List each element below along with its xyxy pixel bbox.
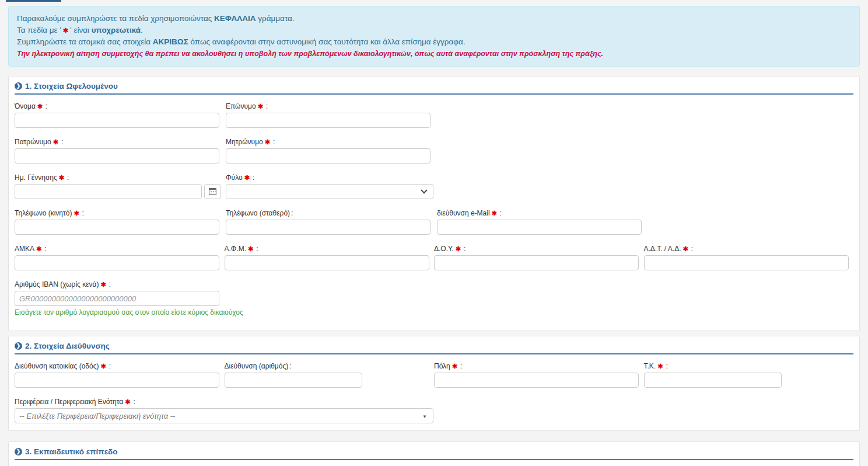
- amka-input[interactable]: [15, 255, 219, 270]
- section-title: 2. Στοιχεία Διεύθυνσης: [25, 342, 110, 350]
- iban-help-text: Εισάγετε τον αριθμό λογαριασμού σας στον…: [15, 308, 853, 317]
- iban-input[interactable]: [15, 291, 219, 306]
- mobile-phone-input[interactable]: [15, 220, 219, 235]
- first-name-label: Όνομα✱:: [15, 102, 222, 110]
- section-title: 3. Εκπαιδευτικό επίπεδο: [25, 447, 118, 456]
- afm-label: Α.Φ.Μ.✱:: [225, 245, 431, 253]
- calendar-button[interactable]: [204, 184, 221, 199]
- chevron-down-icon: [421, 187, 427, 193]
- region-label: Περιφέρεια / Περιφερειακή Ενότητα✱:: [15, 398, 853, 406]
- required-asterisk-icon: ✱: [53, 138, 58, 145]
- required-asterisk-icon: ✱: [456, 245, 461, 252]
- section-beneficiary-header[interactable]: ❯ 1. Στοιχεία Ωφελουμένου: [15, 82, 853, 95]
- required-asterisk-icon: ✱: [683, 245, 688, 252]
- birth-date-input[interactable]: [15, 184, 202, 199]
- street-no-input[interactable]: [225, 373, 362, 388]
- region-select[interactable]: -- Επιλέξτε Περιφέρεια/Περιφερειακή ενότ…: [15, 408, 433, 423]
- afm-input[interactable]: [225, 255, 429, 270]
- doy-label: Δ.Ο.Υ.✱:: [434, 245, 640, 253]
- required-asterisk-icon: ✱: [452, 363, 457, 370]
- city-input[interactable]: [434, 373, 639, 388]
- required-asterisk-icon: ✱: [248, 245, 253, 252]
- landline-phone-input[interactable]: [226, 220, 430, 235]
- gender-label: Φύλο✱:: [226, 173, 433, 182]
- email-input[interactable]: [437, 220, 642, 235]
- section-divider: [15, 353, 853, 354]
- iban-label: Αριθμός IBAN (χωρίς κενά)✱:: [15, 280, 853, 288]
- required-asterisk-icon: ✱: [125, 398, 130, 405]
- city-label: Πόλη✱:: [434, 362, 640, 370]
- required-asterisk-icon: ✱: [100, 281, 106, 288]
- chevron-circle-icon: ❯: [15, 342, 22, 350]
- adt-label: Α.Δ.Τ. / Α.Δ.✱:: [644, 245, 850, 253]
- required-asterisk-icon: ✱: [37, 103, 43, 110]
- triangle-down-icon: ▼: [422, 414, 427, 419]
- required-asterisk-icon: ✱: [244, 174, 250, 181]
- section-divider: [15, 459, 853, 460]
- instruction-line-required: Τα πεδία με '✱' είναι υποχρεωτικά.: [17, 25, 851, 36]
- required-asterisk-icon: ✱: [100, 363, 106, 370]
- chevron-circle-icon: ❯: [15, 82, 22, 90]
- required-asterisk-icon: ✱: [657, 363, 663, 370]
- section-education-header[interactable]: ❯ 3. Εκπαιδευτικό επίπεδο: [15, 447, 853, 460]
- required-asterisk-icon: ✱: [36, 245, 41, 252]
- section-beneficiary: ❯ 1. Στοιχεία Ωφελουμένου Όνομα✱: Επώνυμ…: [8, 76, 860, 331]
- required-asterisk-icon: ✱: [63, 27, 68, 34]
- section-address: ❯ 2. Στοιχεία Διεύθυνσης Διεύθυνση κατοι…: [8, 336, 860, 431]
- father-name-label: Πατρώνυμο✱:: [15, 138, 222, 146]
- email-label: διεύθυνση e-Mail✱:: [437, 209, 645, 217]
- birth-date-label: Ημ. Γέννησης✱:: [15, 173, 222, 182]
- street-no-label: Διεύθυνση (αριθμός):: [225, 362, 431, 370]
- postal-code-label: Τ.Κ.✱:: [644, 362, 850, 370]
- required-asterisk-icon: ✱: [492, 210, 497, 217]
- last-name-label: Επώνυμο✱:: [226, 102, 433, 110]
- mobile-phone-label: Τηλέφωνο (κινητό)✱:: [15, 209, 222, 217]
- first-name-input[interactable]: [15, 113, 219, 128]
- instruction-line-documents: Την ηλεκτρονική αίτηση συμμετοχής θα πρέ…: [17, 48, 851, 60]
- required-asterisk-icon: ✱: [265, 138, 270, 145]
- required-asterisk-icon: ✱: [74, 210, 79, 217]
- adt-input[interactable]: [644, 255, 849, 270]
- doy-input[interactable]: [434, 255, 639, 270]
- chevron-circle-icon: ❯: [15, 448, 22, 455]
- section-education: ❯ 3. Εκπαιδευτικό επίπεδο Επίπεδο εκπαίδ…: [8, 441, 860, 466]
- section-title: 1. Στοιχεία Ωφελουμένου: [25, 82, 118, 91]
- required-asterisk-icon: ✱: [59, 174, 64, 181]
- father-name-input[interactable]: [15, 148, 219, 164]
- instruction-line-exact: Συμπληρώστε τα ατομικά σας στοιχεία ΑΚΡΙ…: [17, 36, 851, 48]
- section-address-header[interactable]: ❯ 2. Στοιχεία Διεύθυνσης: [15, 342, 853, 354]
- mother-name-input[interactable]: [226, 148, 430, 164]
- top-tab-remnant: [6, 0, 61, 2]
- landline-phone-label: Τηλέφωνο (σταθερό):: [226, 209, 433, 217]
- postal-code-input[interactable]: [644, 373, 782, 388]
- calendar-icon: [209, 188, 216, 195]
- gender-select[interactable]: [226, 184, 433, 199]
- last-name-input[interactable]: [226, 113, 430, 128]
- instruction-line-uppercase: Παρακαλούμε συμπληρώστε τα πεδία χρησιμο…: [17, 13, 851, 25]
- street-input[interactable]: [15, 373, 219, 388]
- street-label: Διεύθυνση κατοικίας (οδός)✱:: [15, 362, 221, 370]
- mother-name-label: Μητρώνυμο✱:: [226, 138, 433, 146]
- section-divider: [15, 93, 853, 95]
- required-asterisk-icon: ✱: [258, 103, 263, 110]
- instructions-box: Παρακαλούμε συμπληρώστε τα πεδία χρησιμο…: [8, 6, 860, 67]
- amka-label: ΑΜΚΑ✱:: [15, 245, 221, 253]
